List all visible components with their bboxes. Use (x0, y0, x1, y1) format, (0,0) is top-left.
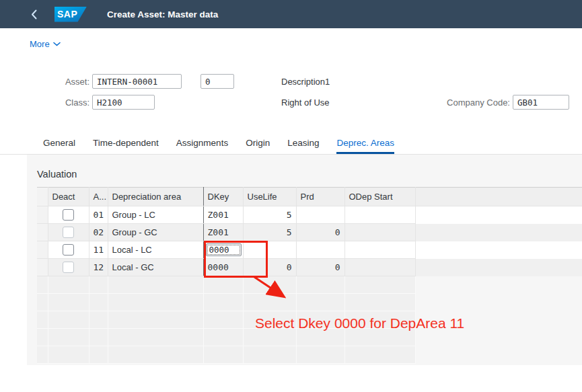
empty-table-row (37, 276, 582, 294)
row-filler (415, 311, 582, 329)
sap-logo-text: SAP (54, 7, 77, 22)
table-row: 01Group - LCZ0015 (37, 206, 582, 224)
tab-assignments[interactable]: Assignments (176, 138, 228, 154)
area-cell-empty (89, 276, 108, 294)
row-selector-cell[interactable] (37, 259, 48, 276)
row-filler (415, 206, 582, 224)
col-header-name[interactable]: Depreciation area (108, 188, 203, 206)
odep-cell-empty (344, 329, 415, 346)
tab-general[interactable]: General (43, 138, 75, 154)
asset-label: Asset: (37, 77, 89, 87)
tab-deprec-areas[interactable]: Deprec. Areas (336, 138, 394, 154)
area-cell: 11 (89, 241, 108, 259)
empty-table-row (37, 311, 582, 329)
depreciation-area-cell: Group - LC (108, 206, 203, 224)
row-selector-cell[interactable] (37, 311, 48, 329)
back-button[interactable] (31, 9, 37, 19)
odep-cell-empty (344, 311, 415, 329)
area-cell-empty (89, 346, 108, 364)
deact-checkbox[interactable] (63, 227, 74, 238)
deact-checkbox[interactable] (63, 209, 74, 221)
odep-start-cell[interactable] (344, 206, 415, 224)
company-code-input[interactable] (513, 95, 569, 110)
valuation-table: DeactA...Depreciation areaDKeyUseLifePrd… (37, 187, 582, 364)
page-title: Create Asset: Master data (107, 9, 218, 19)
dkey-cell-empty (203, 329, 243, 346)
prd-cell[interactable]: 0 (296, 259, 344, 276)
prd-cell-empty (296, 294, 344, 311)
asset-subnumber-input[interactable] (201, 74, 234, 89)
class-description: Right of Use (281, 97, 330, 108)
row-selector-header[interactable] (37, 188, 48, 206)
more-label: More (30, 39, 50, 49)
row-selector-cell[interactable] (37, 346, 48, 364)
table-row: 12Local - GC000000 (37, 259, 582, 276)
dkey-cell[interactable]: 0000 (203, 259, 243, 276)
uselife-cell[interactable]: 5 (243, 206, 296, 224)
row-selector-cell[interactable] (37, 206, 48, 224)
more-menu[interactable]: More (30, 39, 61, 49)
deact-checkbox[interactable] (63, 244, 74, 256)
col-header-uselife[interactable]: UseLife (243, 188, 296, 206)
tabstrip: GeneralTime-dependentAssignmentsOriginLe… (0, 138, 582, 155)
asset-input[interactable] (92, 74, 182, 89)
row-filler (415, 241, 582, 259)
row-selector-cell[interactable] (37, 276, 48, 294)
odep-start-cell[interactable] (344, 241, 415, 259)
table-row: 11Local - LC (37, 241, 582, 259)
prd-cell[interactable] (296, 206, 344, 224)
row-selector-cell[interactable] (37, 294, 48, 311)
dkey-cell[interactable]: Z001 (203, 206, 243, 224)
uselife-cell-empty (243, 311, 296, 329)
tab-leasing[interactable]: Leasing (287, 138, 319, 154)
dkey-cell-empty (203, 276, 243, 294)
row-selector-cell[interactable] (37, 329, 48, 346)
row-selector-cell[interactable] (37, 224, 48, 241)
dkey-cell[interactable]: Z001 (203, 224, 243, 241)
uselife-cell[interactable]: 0 (243, 259, 296, 276)
depreciation-area-cell: Group - GC (108, 224, 203, 241)
prd-cell[interactable] (296, 241, 344, 259)
name-cell-empty (108, 311, 203, 329)
odep-cell-empty (344, 276, 415, 294)
odep-start-cell[interactable] (344, 224, 415, 241)
row-filler (415, 224, 582, 241)
tab-origin[interactable]: Origin (246, 138, 270, 154)
dkey-input[interactable] (206, 243, 242, 256)
chevron-down-icon (53, 42, 61, 46)
uselife-cell-empty (243, 294, 296, 311)
odep-cell-empty (344, 346, 415, 364)
company-code-label: Company Code: (431, 97, 510, 108)
col-header-odep[interactable]: ODep Start (344, 188, 415, 206)
area-cell-empty (89, 294, 108, 311)
deact-cell (48, 241, 89, 259)
tab-time-dependent[interactable]: Time-dependent (93, 138, 159, 154)
prd-cell[interactable]: 0 (296, 224, 344, 241)
class-input[interactable] (92, 95, 155, 110)
dkey-edit-wrapper (206, 243, 243, 257)
uselife-cell[interactable]: 5 (243, 224, 296, 241)
deact-checkbox[interactable] (63, 262, 74, 273)
deact-cell-empty (48, 276, 89, 294)
empty-table-row (37, 346, 582, 364)
chevron-left-icon (31, 9, 37, 19)
col-header-area[interactable]: A... (89, 188, 108, 206)
prd-cell-empty (296, 276, 344, 294)
dkey-cell-empty (203, 294, 243, 311)
area-cell: 01 (89, 206, 108, 224)
table-row: 02Group - GCZ00150 (37, 224, 582, 241)
col-header-dkey[interactable]: DKey (203, 188, 243, 206)
row-filler (415, 259, 582, 276)
dkey-cell-empty (203, 311, 243, 329)
dkey-cell[interactable] (203, 241, 243, 259)
sap-logo: SAP (54, 7, 87, 22)
uselife-cell[interactable] (243, 241, 296, 259)
prd-cell-empty (296, 346, 344, 364)
col-header-prd[interactable]: Prd (296, 188, 344, 206)
odep-start-cell[interactable] (344, 259, 415, 276)
row-selector-cell[interactable] (37, 241, 48, 259)
col-header-deact[interactable]: Deact (48, 188, 89, 206)
uselife-cell-empty (243, 329, 296, 346)
empty-table-row (37, 294, 582, 311)
name-cell-empty (108, 294, 203, 311)
